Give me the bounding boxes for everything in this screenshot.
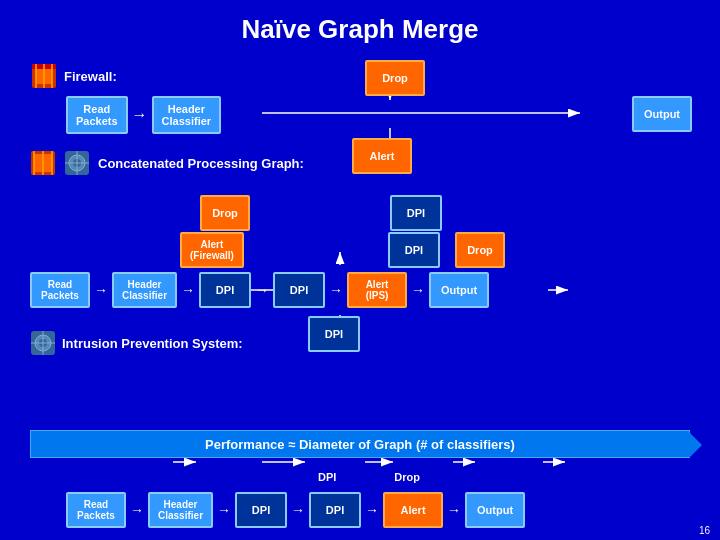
firewall-drop-box: Drop (365, 60, 425, 96)
concat-dpi-top: DPI (390, 195, 442, 231)
concat-icon2 (64, 150, 90, 176)
concat-arrow5: → (411, 282, 425, 298)
concat-alert-ips: Alert (IPS) (347, 272, 407, 308)
firewall-output-box: Output (632, 96, 692, 132)
bottom-dpi-label: DPI (310, 466, 344, 488)
concat-output: Output (429, 272, 489, 308)
firewall-label: Firewall: (64, 69, 117, 84)
ips-icon (30, 330, 56, 356)
concat-dpi-bottom: DPI (308, 316, 360, 352)
fw-arrow1: → (132, 106, 148, 124)
bottom-arrow5: → (447, 502, 461, 518)
perf-arrow (689, 432, 702, 458)
concat-label: Concatenated Processing Graph: (98, 156, 304, 171)
bottom-output: Output (465, 492, 525, 528)
bottom-read-packets: Read Packets (66, 492, 126, 528)
firewall-header-classifier: Header Classifier (152, 96, 222, 134)
bottom-drop-label: Drop (394, 466, 420, 488)
concat-dpi-row1: DPI (199, 272, 251, 308)
bottom-arrow3: → (291, 502, 305, 518)
page-title: Naïve Graph Merge (0, 0, 720, 53)
concat-dpi-mid: DPI (388, 232, 440, 268)
ips-label: Intrusion Prevention System: (62, 336, 243, 351)
concat-arrow2: → (181, 282, 195, 298)
concat-icon1 (30, 150, 56, 176)
firewall-icon (30, 62, 58, 90)
concat-arrow1: → (94, 282, 108, 298)
bottom-arrow4: → (365, 502, 379, 518)
bottom-arrow1: → (130, 502, 144, 518)
concat-alert-firewall: Alert (Firewall) (180, 232, 244, 268)
performance-text: Performance ≈ Diameter of Graph (# of cl… (205, 437, 515, 452)
bottom-alert: Alert (383, 492, 443, 528)
concat-header-classifier: Header Classifier (112, 272, 177, 308)
bottom-dpi2: DPI (309, 492, 361, 528)
bottom-header-classifier: Header Classifier (148, 492, 213, 528)
concat-drop-top: Drop (200, 195, 250, 231)
bottom-arrow2: → (217, 502, 231, 518)
firewall-read-packets: Read Packets (66, 96, 128, 134)
concat-arrow3: → (255, 282, 269, 298)
concat-drop-right: Drop (455, 232, 505, 268)
concat-arrow4: → (329, 282, 343, 298)
firewall-alert-box: Alert (352, 138, 412, 174)
bottom-dpi1: DPI (235, 492, 287, 528)
concat-dpi-row2: DPI (273, 272, 325, 308)
page-number: 16 (699, 525, 710, 536)
concat-read-packets: Read Packets (30, 272, 90, 308)
